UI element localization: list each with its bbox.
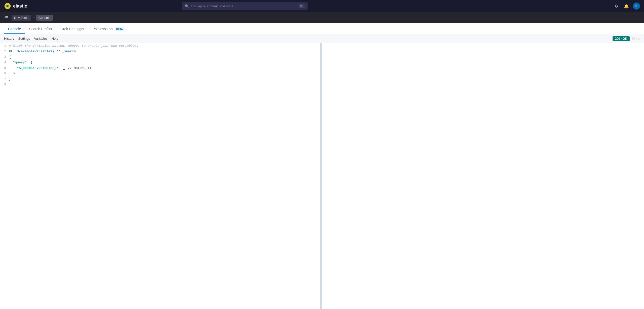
elastic-icon	[4, 3, 11, 10]
line-content: "query": {	[9, 60, 320, 65]
editor-line: 6 }	[0, 71, 320, 76]
search-placeholder: Find apps, content, and more.	[191, 4, 234, 8]
editor-line: 8	[0, 82, 320, 87]
breadcrumb-devtools[interactable]: Dev Tools	[12, 15, 31, 21]
breadcrumb-separator: ›	[33, 16, 34, 19]
editor-panel[interactable]: 1# Click the Variables button, above, to…	[0, 43, 321, 309]
tab-painless-lab[interactable]: Painless Lab BETA	[89, 24, 128, 34]
line-number: 6	[0, 71, 9, 76]
tab-console[interactable]: Console	[4, 24, 25, 34]
elastic-text: elastic	[13, 4, 27, 9]
secondary-nav: ☰ Dev Tools › Console	[0, 12, 644, 23]
topbar: elastic 🔍 Find apps, content, and more. …	[0, 0, 644, 12]
response-panel	[322, 43, 644, 309]
notifications-icon[interactable]: 🔔	[623, 3, 630, 10]
hamburger-menu[interactable]: ☰	[4, 14, 10, 21]
variables-btn[interactable]: Variables	[34, 36, 47, 41]
line-number: 7	[0, 76, 9, 82]
line-number: 2	[0, 49, 9, 54]
settings-btn[interactable]: Settings	[18, 36, 30, 41]
topbar-right: ⚙ 🔔 E	[613, 3, 640, 10]
line-number: 8	[0, 82, 9, 87]
line-content: GET ${exampleVariable1} // _search	[9, 49, 320, 54]
main-area: 1# Click the Variables button, above, to…	[0, 43, 644, 309]
status-code: 200 - OK	[615, 37, 627, 40]
tab-bar: Console Search Profiler Grok Debugger Pa…	[0, 23, 644, 34]
avatar[interactable]: E	[633, 3, 640, 10]
editor-line: 3{	[0, 54, 320, 60]
editor-line: 4 "query": {	[0, 60, 320, 65]
status-time: 75 ms	[632, 37, 640, 40]
editor-line: 2GET ${exampleVariable1} // _search	[0, 49, 320, 54]
line-content: {	[9, 54, 320, 60]
line-content: "${exampleVariable2}": {} // match_all	[9, 65, 320, 71]
tab-search-profiler[interactable]: Search Profiler	[25, 24, 56, 34]
editor-line: 5 "${exampleVariable2}": {} // match_all	[0, 65, 320, 71]
line-number: 3	[0, 54, 9, 60]
search-icon: 🔍	[185, 4, 189, 8]
line-number: 4	[0, 60, 9, 65]
line-number: 1	[0, 43, 9, 49]
svg-point-2	[7, 5, 9, 7]
toolbar: History Settings Variables Help 200 - OK…	[0, 34, 644, 43]
elastic-logo[interactable]: elastic	[4, 3, 27, 10]
editor-line: 1# Click the Variables button, above, to…	[0, 43, 320, 49]
line-content: }	[9, 76, 320, 82]
history-btn[interactable]: History	[4, 36, 14, 41]
global-search[interactable]: 🔍 Find apps, content, and more. ⌘/	[182, 2, 308, 10]
line-content: }	[9, 71, 320, 76]
search-shortcut: ⌘/	[299, 4, 305, 8]
status-badge: 200 - OK	[613, 36, 630, 41]
help-btn[interactable]: Help	[52, 36, 58, 41]
beta-badge: BETA	[115, 27, 124, 31]
line-content: # Click the Variables button, above, to …	[9, 43, 320, 49]
settings-icon[interactable]: ⚙	[613, 3, 620, 10]
breadcrumb-console[interactable]: Console	[36, 15, 53, 21]
editor-line: 7}	[0, 76, 320, 82]
tab-grok-debugger[interactable]: Grok Debugger	[56, 24, 89, 34]
line-number: 5	[0, 65, 9, 71]
